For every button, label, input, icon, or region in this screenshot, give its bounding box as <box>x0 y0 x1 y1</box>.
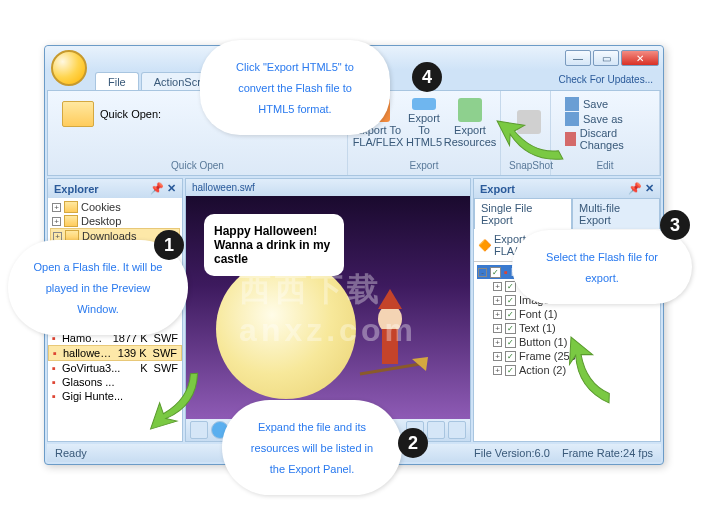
export-header: Export📌 ✕ <box>474 179 660 198</box>
app-orb-button[interactable] <box>51 50 87 86</box>
export-html5-button[interactable]: Export To HTML5 <box>402 95 446 151</box>
badge-4: 4 <box>412 62 442 92</box>
export-item[interactable]: +✓Text (1) <box>477 321 657 335</box>
callout-4: Click "Export HTML5" to convert the Flas… <box>200 40 390 135</box>
quick-open-label: Quick Open: <box>100 108 161 120</box>
status-ready: Ready <box>55 447 87 459</box>
tab-single-export[interactable]: Single File Export <box>474 198 572 229</box>
panel-pin-icon[interactable]: 📌 ✕ <box>150 182 176 195</box>
zoom-in-button[interactable] <box>427 421 445 439</box>
callout-2: Expand the file and its resources will b… <box>222 400 402 495</box>
group-label-quickopen: Quick Open <box>56 160 339 171</box>
status-version: File Version:6.0 <box>474 447 550 459</box>
export-item[interactable]: +✓Font (1) <box>477 307 657 321</box>
tab-multi-export[interactable]: Multi-file Export <box>572 198 660 229</box>
tree-node[interactable]: +Desktop <box>50 214 180 228</box>
group-label-edit: Edit <box>559 160 651 171</box>
tree-node[interactable]: +Cookies <box>50 200 180 214</box>
folder-icon <box>62 101 94 127</box>
preview-tab[interactable]: halloween.swf <box>186 179 470 196</box>
save-as-button[interactable]: Save as <box>565 112 645 126</box>
panel-pin-icon[interactable]: 📌 ✕ <box>628 182 654 195</box>
export-panel: Export📌 ✕ Single File Export Multi-file … <box>473 178 661 442</box>
info-button[interactable] <box>448 421 466 439</box>
callout-3: Select the Flash file for export. <box>512 230 692 304</box>
save-button[interactable]: Save <box>565 97 645 111</box>
discard-button[interactable]: Discard Changes <box>565 127 645 151</box>
maximize-button[interactable]: ▭ <box>593 50 619 66</box>
tab-file[interactable]: File <box>95 72 139 91</box>
explorer-header: Explorer📌 ✕ <box>48 179 182 198</box>
svg-line-2 <box>360 364 420 374</box>
badge-2: 2 <box>398 428 428 458</box>
watermark: 西西下载 anxz.com <box>239 267 417 348</box>
close-button[interactable]: ✕ <box>621 50 659 66</box>
check-updates-link[interactable]: Check For Updates... <box>559 74 653 85</box>
minimize-button[interactable]: — <box>565 50 591 66</box>
save-as-icon <box>565 112 579 126</box>
badge-3: 3 <box>660 210 690 240</box>
file-row[interactable]: ▪halloween...139 KSWF <box>48 345 182 361</box>
html5-export-icon <box>412 98 436 110</box>
export-tabs: Single File Export Multi-file Export <box>474 198 660 229</box>
resources-icon <box>458 98 482 122</box>
group-label-export: Export <box>356 160 492 171</box>
badge-1: 1 <box>154 230 184 260</box>
save-icon <box>565 97 579 111</box>
status-framerate: Frame Rate:24 fps <box>562 447 653 459</box>
preview-content: Happy Halloween! Wanna a drink in my cas… <box>186 196 470 419</box>
